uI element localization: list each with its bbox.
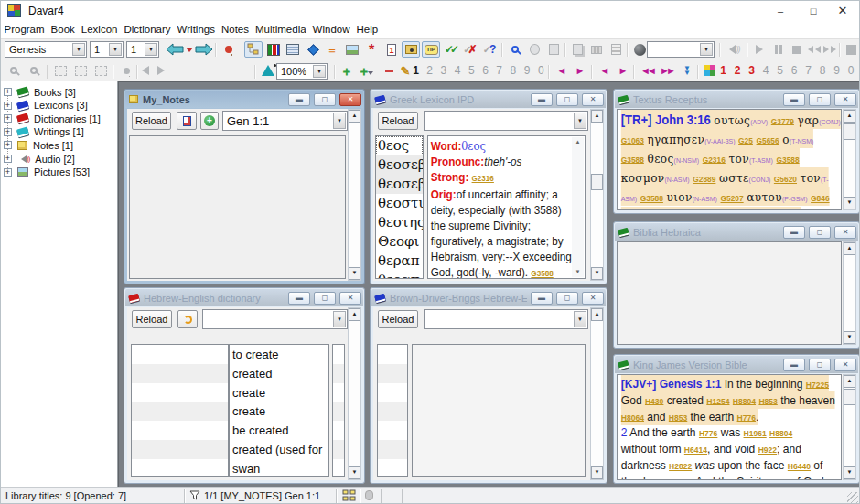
greek-word-item[interactable]: θεραπ: [376, 252, 423, 271]
tree-item-dictionaries[interactable]: +Dictionaries [1]: [4, 113, 101, 124]
biblia-titlebar[interactable]: Biblia Hebraica ▬ ◻ ✕: [615, 223, 858, 241]
highlight-number-7[interactable]: 7: [801, 64, 815, 77]
scrollbar-vertical[interactable]: ▲▼: [843, 241, 856, 345]
copy-verse-icon[interactable]: 1: [382, 41, 401, 58]
menu-program[interactable]: Program: [1, 24, 48, 35]
scroll-up-icon[interactable]: ▲: [844, 242, 855, 255]
cross-reference-icon[interactable]: *: [362, 41, 381, 58]
scroll-up-icon[interactable]: ▲: [844, 110, 855, 123]
greek-word-item[interactable]: θεοσεβ: [376, 155, 423, 175]
verse-list-icon[interactable]: ≡: [323, 41, 341, 58]
strong-link[interactable]: H922: [758, 445, 777, 455]
strong-link[interactable]: H6414: [684, 445, 707, 455]
strong-link[interactable]: H853: [669, 413, 687, 422]
strong-link[interactable]: G2316: [703, 155, 726, 164]
greek-word[interactable]: τον: [801, 171, 821, 185]
greek-word[interactable]: μονογενη: [694, 209, 750, 210]
highlight-number-9[interactable]: 9: [830, 64, 844, 77]
chapter-next-icon[interactable]: ►: [571, 62, 589, 79]
greek-word-item[interactable]: θεοτης: [376, 213, 423, 232]
chevron-down-icon[interactable]: ▼: [574, 311, 586, 327]
maximize-button[interactable]: ◻: [556, 292, 578, 305]
scrollbar-vertical[interactable]: ▲▼: [843, 374, 856, 480]
lexicon-search-select[interactable]: ▼: [424, 111, 588, 131]
info-icon[interactable]: [304, 41, 322, 58]
greek-word[interactable]: κοσμον: [621, 171, 665, 185]
highlight-number-0[interactable]: 0: [844, 64, 858, 77]
close-button[interactable]: ✕: [582, 292, 604, 305]
notes-text-area[interactable]: [129, 135, 346, 279]
strong-link[interactable]: G846: [811, 194, 829, 203]
definition-item[interactable]: created (used for: [230, 440, 328, 459]
greek-word[interactable]: θεος: [647, 151, 673, 165]
scroll-up-icon[interactable]: ▲: [349, 308, 360, 321]
close-button[interactable]: ✕: [582, 93, 604, 106]
scrollbar-vertical[interactable]: ▲▼: [843, 109, 856, 210]
strong-link[interactable]: H7225: [806, 380, 829, 389]
check-all-icon[interactable]: ✓✓: [441, 41, 459, 58]
strong-link[interactable]: G3779: [771, 116, 794, 125]
greek-word-item[interactable]: Θεοφι: [376, 232, 423, 252]
minimize-button[interactable]: ▬: [531, 93, 553, 106]
tree-item-lexicons[interactable]: +Lexicons [3]: [4, 100, 88, 112]
strong-link[interactable]: G5620: [774, 175, 797, 184]
picture-icon[interactable]: [343, 41, 361, 58]
close-button[interactable]: ✕: [339, 93, 361, 106]
minimize-button[interactable]: –: [764, 1, 797, 20]
chapter-number-6[interactable]: 6: [478, 64, 492, 77]
expand-icon[interactable]: +: [4, 141, 12, 149]
scroll-up-icon[interactable]: ▲: [591, 110, 603, 123]
scroll-sync-icon[interactable]: ▼▼: [678, 62, 696, 79]
chapter-select[interactable]: 1▼: [90, 41, 124, 58]
preview-icon[interactable]: [402, 41, 420, 58]
menu-help[interactable]: Help: [353, 24, 382, 35]
reload-button[interactable]: Reload: [132, 310, 172, 328]
greek-word-item[interactable]: θεραπ: [376, 271, 423, 279]
hebrew-word-column[interactable]: [131, 344, 229, 477]
scrollbar-vertical[interactable]: ▲▼: [348, 109, 361, 281]
greek-word-item[interactable]: θεοστυ: [376, 194, 423, 213]
verse-select[interactable]: 1▼: [126, 41, 159, 58]
scrollbar-vertical[interactable]: ▲▼: [590, 109, 604, 281]
chevron-down-icon[interactable]: ▼: [313, 65, 326, 78]
verse-prev-icon[interactable]: ◄: [596, 62, 614, 79]
expand-icon[interactable]: +: [4, 128, 12, 136]
book-prev-icon[interactable]: ◄◄: [638, 62, 656, 79]
maximize-button[interactable]: ◻: [809, 359, 831, 371]
tip-icon[interactable]: TIP: [422, 41, 440, 58]
definition-item[interactable]: created: [230, 364, 328, 383]
chevron-down-icon[interactable]: ▼: [72, 43, 85, 56]
open-note-icon[interactable]: [177, 112, 197, 130]
definition-item[interactable]: to create: [230, 345, 328, 364]
definition-item[interactable]: swan: [230, 459, 328, 477]
maximize-button[interactable]: ◻: [809, 93, 831, 106]
reload-button[interactable]: Reload: [378, 112, 418, 130]
close-button[interactable]: ✕: [826, 1, 859, 20]
strong-link[interactable]: H430: [645, 396, 663, 405]
audio-globe-icon[interactable]: [630, 41, 649, 58]
scroll-up-icon[interactable]: ▲: [572, 137, 584, 147]
highlight-number-3[interactable]: 3: [745, 64, 758, 77]
strong-link[interactable]: H2822: [669, 462, 692, 471]
tree-item-notes[interactable]: +Notes [1]: [4, 139, 73, 151]
hebrew-dictionary-titlebar[interactable]: Hebrew-English dictionary ▬ ◻ ✕: [125, 289, 363, 306]
maximize-button[interactable]: ◻: [314, 93, 336, 106]
layout-icon[interactable]: [342, 489, 356, 504]
definition-item[interactable]: be created: [230, 421, 328, 440]
kjv-titlebar[interactable]: King James Version Bible ▬ ◻ ✕: [615, 356, 858, 373]
font-size-icon[interactable]: [259, 62, 277, 79]
minimize-button[interactable]: ▬: [288, 93, 310, 106]
chevron-down-icon[interactable]: ▼: [574, 113, 586, 129]
prev-chapter-icon[interactable]: [163, 41, 187, 58]
tree-item-writings[interactable]: +Writings [1]: [4, 126, 84, 138]
bdb-search-select[interactable]: ▼: [424, 309, 588, 329]
greek-word[interactable]: τον: [728, 151, 748, 165]
greek-word[interactable]: ηγαπησεν: [647, 132, 704, 145]
minimize-button[interactable]: ▬: [783, 359, 805, 371]
add-note-icon[interactable]: +: [200, 112, 219, 130]
scroll-up-icon[interactable]: ▲: [349, 110, 360, 123]
resize-grip[interactable]: [847, 492, 858, 503]
library-icon[interactable]: [264, 41, 283, 58]
remove-icon[interactable]: [380, 62, 398, 79]
reload-button[interactable]: Reload: [132, 112, 171, 130]
